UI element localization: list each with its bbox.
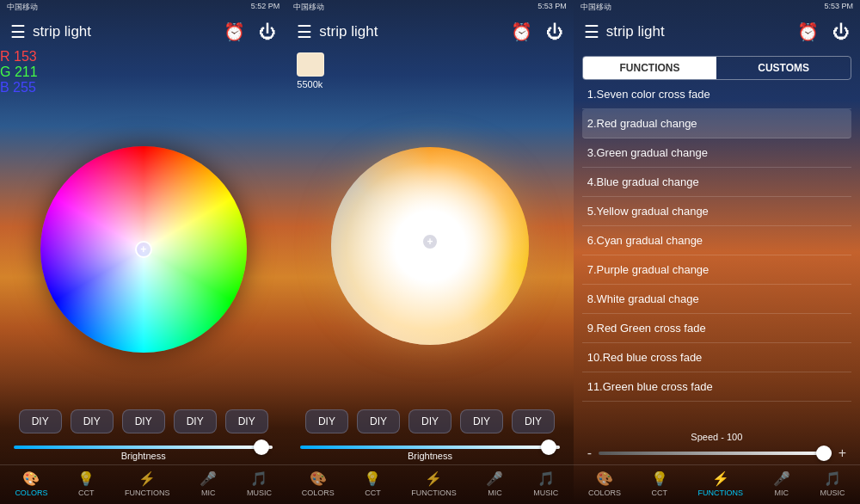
func-item-9[interactable]: 9.Red Green cross fade	[582, 314, 851, 343]
func-item-4[interactable]: 4.Blue gradual change	[582, 168, 851, 197]
diy-btn2-1[interactable]: DIY	[305, 409, 348, 433]
menu-icon-3[interactable]: ☰	[584, 22, 599, 42]
nav-mic-1[interactable]: 🎤 MIC	[200, 470, 217, 497]
header-actions-1: ⏰ ⏻	[224, 22, 276, 42]
rgb-blue: B 255	[0, 80, 286, 95]
func-item-8[interactable]: 8.White gradual chage	[582, 285, 851, 314]
power-icon-3[interactable]: ⏻	[832, 22, 850, 42]
nav-music-3[interactable]: 🎵 MUSIC	[820, 470, 845, 497]
nav-mic-3[interactable]: 🎤 MIC	[773, 470, 790, 497]
color-wheel-cursor[interactable]	[135, 241, 152, 258]
menu-icon-1[interactable]: ☰	[10, 22, 26, 42]
nav-cct-1[interactable]: 💡 CCT	[77, 470, 95, 497]
header-left-2: ☰ strip light	[297, 22, 378, 42]
nav-functions-2[interactable]: ⚡ FUNCTIONS	[411, 470, 457, 497]
header-actions-3: ⏰ ⏻	[797, 22, 850, 42]
rgb-red: R 153	[0, 49, 286, 65]
mic-icon-2: 🎤	[486, 470, 503, 487]
music-label-3: MUSIC	[820, 489, 845, 497]
speed-plus-btn[interactable]: +	[838, 446, 846, 461]
speed-thumb[interactable]	[816, 446, 832, 461]
colors-label-3: COLORS	[588, 489, 621, 497]
func-item-3[interactable]: 3.Green gradual change	[582, 138, 851, 168]
status-bar-2: 中国移动 5:53 PM	[286, 0, 573, 15]
power-icon-1[interactable]: ⏻	[259, 22, 276, 42]
menu-icon-2[interactable]: ☰	[297, 22, 312, 42]
colors-icon-1: 🎨	[22, 470, 40, 487]
func-item-6[interactable]: 6.Cyan gradual change	[582, 226, 851, 255]
functions-icon-2: ⚡	[425, 470, 442, 487]
brightness-thumb-1[interactable]	[254, 439, 269, 455]
speed-minus-btn[interactable]: -	[587, 446, 592, 461]
cct-icon-2: 💡	[364, 470, 381, 487]
brightness-label-1: Brightness	[14, 451, 273, 461]
func-item-7[interactable]: 7.Purple gradual change	[582, 255, 851, 285]
color-wheel-container[interactable]	[0, 95, 286, 403]
color-wheel[interactable]	[40, 146, 247, 353]
panel-cct: 中国移动 5:53 PM ☰ strip light ⏰ ⏻ 5500k DIY…	[286, 0, 573, 504]
app-title-3: strip light	[606, 23, 665, 40]
diy-btn2-4[interactable]: DIY	[460, 409, 503, 433]
tab-customs[interactable]: CUSTOMS	[716, 57, 851, 79]
mic-label-1: MIC	[201, 489, 216, 497]
func-item-5[interactable]: 5.Yellow gradual change	[582, 197, 851, 226]
nav-colors-2[interactable]: 🎨 COLORS	[302, 470, 335, 497]
cct-label-1: CCT	[78, 489, 95, 497]
alarm-icon-3[interactable]: ⏰	[797, 22, 819, 42]
cct-preview: 5500k	[286, 52, 573, 89]
alarm-icon-2[interactable]: ⏰	[511, 22, 532, 42]
nav-cct-3[interactable]: 💡 CCT	[651, 470, 668, 497]
speed-slider[interactable]	[599, 452, 832, 455]
music-icon-2: 🎵	[538, 470, 555, 487]
rgb-green: G 211	[0, 65, 286, 80]
cct-swatch	[297, 52, 324, 77]
cct-wheel-container[interactable]	[286, 89, 573, 403]
music-icon-1: 🎵	[250, 470, 267, 487]
diy-btn-5[interactable]: DIY	[225, 409, 268, 433]
header-1: ☰ strip light ⏰ ⏻	[0, 15, 286, 49]
header-3: ☰ strip light ⏰ ⏻	[574, 15, 860, 49]
speed-label: Speed - 100	[587, 432, 846, 442]
nav-colors-3[interactable]: 🎨 COLORS	[588, 470, 621, 497]
brightness-slider-1[interactable]	[14, 446, 273, 449]
panel-functions: 中国移动 5:53 PM ☰ strip light ⏰ ⏻ FUNCTIONS…	[574, 0, 860, 504]
cct-wheel[interactable]	[331, 147, 529, 345]
cct-wheel-cursor[interactable]	[421, 233, 439, 250]
diy-btn-4[interactable]: DIY	[174, 409, 217, 433]
diy-btn2-3[interactable]: DIY	[408, 409, 452, 433]
func-item-2[interactable]: 2.Red gradual change	[582, 109, 851, 138]
functions-label-3: FUNCTIONS	[698, 489, 744, 497]
alarm-icon-1[interactable]: ⏰	[224, 22, 245, 42]
func-item-1[interactable]: 1.Seven color cross fade	[582, 80, 851, 109]
tab-functions[interactable]: FUNCTIONS	[583, 57, 717, 79]
brightness-slider-2[interactable]	[300, 446, 559, 449]
brightness-container-1[interactable]: Brightness	[0, 440, 286, 464]
nav-mic-2[interactable]: 🎤 MIC	[486, 470, 503, 497]
diy-row-2: DIY DIY DIY DIY DIY	[286, 403, 573, 440]
music-label-2: MUSIC	[533, 489, 558, 497]
brightness-thumb-2[interactable]	[541, 439, 556, 455]
carrier-3: 中国移动	[580, 2, 611, 13]
func-item-11[interactable]: 11.Green blue cross fade	[582, 372, 851, 402]
nav-cct-2[interactable]: 💡 CCT	[364, 470, 381, 497]
mic-label-2: MIC	[488, 489, 502, 497]
nav-colors-1[interactable]: 🎨 COLORS	[15, 470, 47, 497]
functions-icon-3: ⚡	[712, 470, 729, 487]
diy-btn-2[interactable]: DIY	[71, 409, 114, 433]
rgb-values: R 153 G 211 B 255	[0, 49, 286, 95]
header-actions-2: ⏰ ⏻	[511, 22, 563, 42]
time-2: 5:53 PM	[538, 2, 567, 13]
nav-music-1[interactable]: 🎵 MUSIC	[247, 470, 272, 497]
diy-btn-1[interactable]: DIY	[19, 409, 62, 433]
nav-music-2[interactable]: 🎵 MUSIC	[533, 470, 558, 497]
diy-btn-3[interactable]: DIY	[122, 409, 165, 433]
time-3: 5:53 PM	[824, 2, 853, 13]
nav-functions-1[interactable]: ⚡ FUNCTIONS	[125, 470, 170, 497]
power-icon-2[interactable]: ⏻	[546, 22, 563, 42]
diy-btn2-5[interactable]: DIY	[512, 409, 555, 433]
diy-btn2-2[interactable]: DIY	[357, 409, 400, 433]
func-item-10[interactable]: 10.Red blue cross fade	[582, 343, 851, 372]
brightness-container-2[interactable]: Brightness	[286, 440, 573, 464]
panel-colors: 中国移动 5:52 PM ☰ strip light ⏰ ⏻ R 153 G 2…	[0, 0, 286, 504]
nav-functions-3[interactable]: ⚡ FUNCTIONS	[698, 470, 744, 497]
